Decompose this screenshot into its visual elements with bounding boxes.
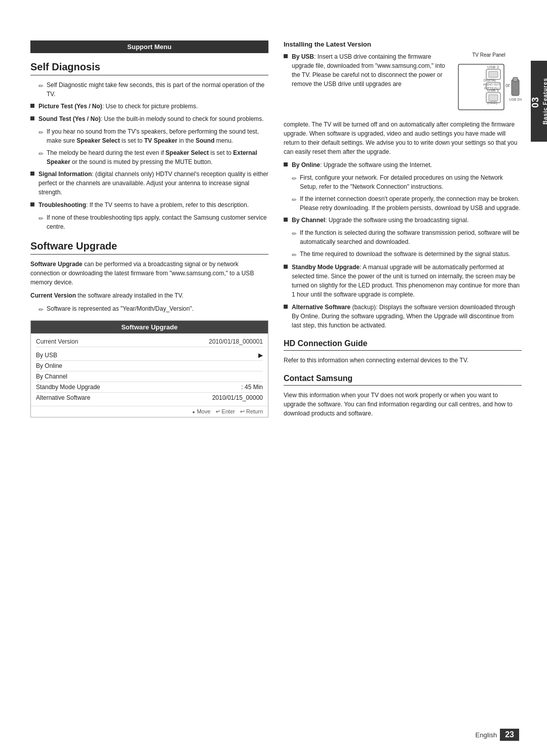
side-tab: 03 Basic Features — [531, 61, 547, 142]
svg-rect-2 — [489, 71, 498, 77]
contact-samsung-section: Contact Samsung View this information wh… — [284, 374, 522, 418]
upgrade-table-body: Current Version 2010/01/18_000001 By USB… — [31, 333, 268, 406]
troubleshooting-text: : If the TV seems to have a problem, ref… — [86, 201, 249, 208]
installing-section: Installing the Latest Version By USB: In… — [284, 40, 522, 330]
footer-return: ↩ Return — [240, 408, 263, 415]
side-tab-number: 03 — [530, 97, 541, 108]
sound-test-text: : Use the built-in melody sound to check… — [100, 115, 263, 122]
right-column: Installing the Latest Version By USB: In… — [284, 40, 522, 716]
by-online-content: By Online: Upgrade the software using th… — [292, 160, 522, 170]
bullet-square-online — [284, 162, 288, 166]
tv-diagram: TV Rear Panel USB 2 DIGITAL AUDIO OUT — [456, 52, 522, 115]
by-usb-label: By USB — [36, 352, 57, 359]
by-usb-row[interactable]: By USB ▶ — [36, 350, 263, 361]
standby-upgrade-label: Standby Mode Upgrade — [292, 264, 360, 271]
channel-note-2-text: The time required to download the softwa… — [300, 249, 522, 259]
alternative-label: Alternative Software — [292, 304, 350, 311]
version-note-text: Software is represented as "Year/Month/D… — [47, 304, 268, 313]
by-channel-label: By Channel — [36, 373, 67, 380]
bullet-square-2 — [30, 116, 34, 120]
page-language: English — [476, 731, 497, 739]
picture-test-text: : Use to check for picture problems. — [102, 103, 198, 110]
pencil-icon-sound2: ✏ — [38, 149, 44, 158]
standby-upgrade-bullet: Standby Mode Upgrade: A manual upgrade w… — [284, 263, 522, 299]
picture-test-label: Picture Test (Yes / No) — [38, 103, 102, 110]
signal-info-content: Signal Information: (digital channels on… — [38, 170, 268, 197]
sound-test-content: Sound Test (Yes / No): Use the built-in … — [38, 114, 268, 123]
bullet-square-3 — [30, 172, 34, 176]
bullet-square-usb — [284, 54, 288, 58]
by-channel-text: : Upgrade the software using the broadca… — [325, 217, 469, 224]
self-diagnosis-intro-text: Self Diagnostic might take few seconds, … — [47, 80, 268, 99]
standby-upgrade-content: Standby Mode Upgrade: A manual upgrade w… — [292, 263, 522, 299]
sound-note-2-text: The melody be heard during the test even… — [47, 148, 268, 166]
or-label: or — [505, 82, 511, 88]
pencil-icon-intro: ✏ — [38, 81, 44, 91]
troubleshooting-label: Troubleshooting — [38, 201, 86, 208]
footer-enter: ↵ Enter — [216, 408, 235, 415]
svg-text:USB 2: USB 2 — [487, 65, 499, 69]
tv-rear-panel-label: TV Rear Panel — [456, 52, 522, 58]
troubleshooting-bullet: Troubleshooting: If the TV seems to have… — [30, 200, 268, 209]
online-note-1: ✏ First, configure your network. For det… — [292, 173, 522, 191]
by-channel-content: By Channel: Upgrade the software using t… — [292, 216, 522, 225]
standby-mode-row[interactable]: Standby Mode Upgrade : 45 Min — [36, 382, 263, 393]
upgrade-table-header: Software Upgrade — [31, 321, 268, 333]
by-online-row[interactable]: By Online — [36, 361, 263, 371]
page-number: 23 — [500, 729, 519, 741]
svg-text:USB 1: USB 1 — [487, 88, 499, 93]
by-channel-bullet: By Channel: Upgrade the software using t… — [284, 216, 522, 225]
cv-value: 2010/01/18_000001 — [209, 338, 263, 345]
pencil-icon-sound1: ✏ — [38, 128, 44, 137]
by-usb-area: By USB: Insert a USB drive containing th… — [284, 52, 522, 115]
svg-text:AUDIO OUT: AUDIO OUT — [483, 83, 500, 86]
channel-note-1-text: If the function is selected during the s… — [300, 228, 522, 246]
page-footer: English 23 — [476, 729, 519, 741]
by-online-bullet: By Online: Upgrade the software using th… — [284, 160, 522, 170]
software-upgrade-intro: Software Upgrade can be performed via a … — [30, 260, 268, 287]
left-column: Support Menu Self Diagnosis ✏ Self Diagn… — [30, 40, 268, 716]
hd-connection-title: HD Connection Guide — [284, 339, 522, 351]
signal-info-label: Signal Information — [38, 171, 92, 178]
self-diagnosis-intro-note: ✏ Self Diagnostic might take few seconds… — [38, 80, 268, 99]
by-online-heading: By Online — [292, 161, 320, 169]
pencil-icon-ch1: ✏ — [292, 229, 297, 238]
bullet-square-standby — [284, 265, 288, 269]
hd-connection-section: HD Connection Guide Refer to this inform… — [284, 339, 522, 365]
by-usb-content: By USB: Insert a USB drive containing th… — [292, 52, 451, 89]
alternative-content: Alternative Software (backup): Displays … — [292, 303, 522, 330]
channel-note-2: ✏ The time required to download the soft… — [292, 249, 522, 260]
by-usb-text: By USB: Insert a USB drive containing th… — [284, 52, 451, 92]
standby-mode-value: : 45 Min — [241, 384, 263, 391]
troubleshoot-note-text: If none of these troubleshooting tips ap… — [47, 213, 268, 231]
pencil-icon-online2: ✏ — [292, 195, 297, 204]
self-diagnosis-title: Self Diagnosis — [30, 61, 268, 75]
by-usb-continuation: complete. The TV will be turned off and … — [284, 120, 522, 156]
by-usb-bullet: By USB: Insert a USB drive containing th… — [284, 52, 451, 89]
picture-test-content: Picture Test (Yes / No): Use to check fo… — [38, 102, 268, 111]
pencil-icon-online1: ✏ — [292, 174, 297, 183]
svg-text:(HDD): (HDD) — [487, 101, 497, 105]
bullet-square-1 — [30, 104, 34, 108]
sound-note-1-text: If you hear no sound from the TV's speak… — [47, 127, 268, 145]
upgrade-table-footer: ⬥ Move ↵ Enter ↩ Return — [31, 406, 268, 417]
alternative-bullet: Alternative Software (backup): Displays … — [284, 303, 522, 330]
contact-samsung-title: Contact Samsung — [284, 374, 522, 386]
bullet-square-4 — [30, 202, 34, 206]
footer-move: ⬥ Move — [192, 408, 211, 415]
by-channel-row[interactable]: By Channel — [36, 371, 263, 382]
alternative-software-row[interactable]: Alternative Software 2010/01/15_00000 — [36, 393, 263, 403]
picture-test-bullet: Picture Test (Yes / No): Use to check fo… — [30, 102, 268, 111]
pencil-icon-trouble: ✏ — [38, 214, 44, 223]
software-upgrade-table: Software Upgrade Current Version 2010/01… — [30, 320, 268, 417]
hd-connection-text: Refer to this information when connectin… — [284, 356, 522, 365]
self-diagnosis-section: Self Diagnosis ✏ Self Diagnostic might t… — [30, 61, 268, 231]
version-note: ✏ Software is represented as "Year/Month… — [38, 304, 268, 314]
by-online-label: By Online — [36, 362, 62, 369]
support-menu-header: Support Menu — [30, 40, 268, 53]
current-version-text: Current Version the software already ins… — [30, 291, 268, 300]
svg-text:USB Drive: USB Drive — [509, 98, 522, 101]
by-usb-arrow: ▶ — [258, 352, 263, 359]
pencil-icon-version: ✏ — [38, 305, 44, 314]
contact-samsung-text: View this information when your TV does … — [284, 391, 522, 418]
